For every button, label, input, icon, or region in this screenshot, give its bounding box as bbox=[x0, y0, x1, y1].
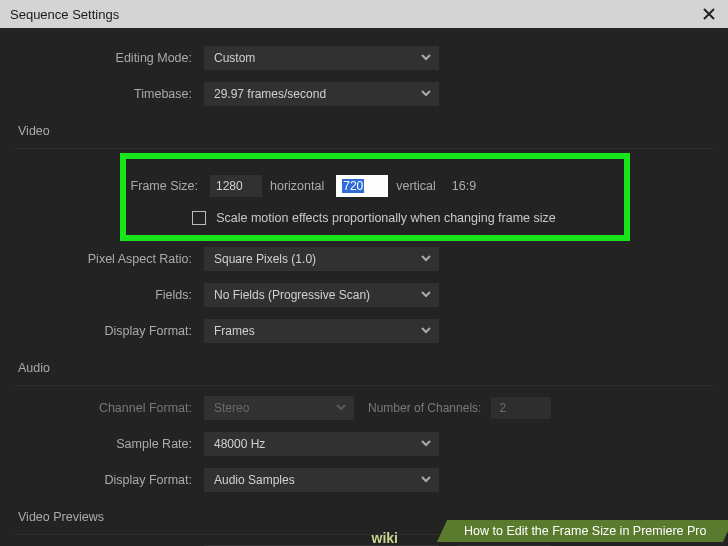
sample-rate-label: Sample Rate: bbox=[14, 437, 204, 451]
audio-display-format-value: Audio Samples bbox=[214, 473, 295, 487]
video-display-format-select[interactable]: Frames bbox=[204, 319, 439, 343]
frame-height-input[interactable]: 720 bbox=[336, 175, 388, 197]
num-channels-value: 2 bbox=[491, 397, 551, 419]
editing-mode-label: Editing Mode: bbox=[14, 51, 204, 65]
video-display-format-row: Display Format: Frames bbox=[14, 319, 714, 343]
fields-row: Fields: No Fields (Progressive Scan) bbox=[14, 283, 714, 307]
editing-mode-row: Editing Mode: Custom bbox=[14, 46, 714, 70]
editing-mode-select[interactable]: Custom bbox=[204, 46, 439, 70]
chevron-down-icon bbox=[421, 324, 431, 338]
watermark-brand: wiki bbox=[372, 530, 398, 546]
audio-display-format-select[interactable]: Audio Samples bbox=[204, 468, 439, 492]
pixel-aspect-label: Pixel Aspect Ratio: bbox=[14, 252, 204, 266]
fields-select[interactable]: No Fields (Progressive Scan) bbox=[204, 283, 439, 307]
timebase-value: 29.97 frames/second bbox=[214, 87, 326, 101]
dialog-body: Editing Mode: Custom Timebase: 29.97 fra… bbox=[0, 28, 728, 546]
divider bbox=[14, 385, 714, 386]
video-section-title: Video bbox=[18, 124, 714, 138]
channel-format-label: Channel Format: bbox=[14, 401, 204, 415]
chevron-down-icon bbox=[421, 288, 431, 302]
fields-value: No Fields (Progressive Scan) bbox=[214, 288, 370, 302]
watermark-text: How to Edit the Frame Size in Premiere P… bbox=[464, 524, 706, 538]
audio-display-format-row: Display Format: Audio Samples bbox=[14, 468, 714, 492]
frame-width-input[interactable]: 1280 bbox=[210, 175, 262, 197]
scale-motion-checkbox[interactable] bbox=[192, 211, 206, 225]
close-button[interactable] bbox=[700, 5, 718, 23]
divider bbox=[14, 148, 714, 149]
timebase-row: Timebase: 29.97 frames/second bbox=[14, 82, 714, 106]
timebase-select[interactable]: 29.97 frames/second bbox=[204, 82, 439, 106]
watermark-bar: How to Edit the Frame Size in Premiere P… bbox=[436, 520, 728, 542]
timebase-label: Timebase: bbox=[14, 87, 204, 101]
titlebar: Sequence Settings bbox=[0, 0, 728, 28]
chevron-down-icon bbox=[421, 437, 431, 451]
scale-motion-row: Scale motion effects proportionally when… bbox=[126, 211, 612, 225]
aspect-ratio-label: 16:9 bbox=[452, 179, 476, 193]
scale-motion-label: Scale motion effects proportionally when… bbox=[216, 211, 556, 225]
fields-label: Fields: bbox=[14, 288, 204, 302]
horizontal-label: horizontal bbox=[270, 179, 324, 193]
frame-size-row: Frame Size: 1280 horizontal 720 vertical… bbox=[126, 175, 612, 197]
channel-format-row: Channel Format: Stereo Number of Channel… bbox=[14, 396, 714, 420]
close-icon bbox=[703, 8, 715, 20]
watermark: wiki How to Edit the Frame Size in Premi… bbox=[442, 516, 728, 546]
sample-rate-value: 48000 Hz bbox=[214, 437, 265, 451]
pixel-aspect-row: Pixel Aspect Ratio: Square Pixels (1.0) bbox=[14, 247, 714, 271]
editing-mode-value: Custom bbox=[214, 51, 255, 65]
audio-display-format-label: Display Format: bbox=[14, 473, 204, 487]
channel-format-select: Stereo bbox=[204, 396, 354, 420]
video-display-format-label: Display Format: bbox=[14, 324, 204, 338]
chevron-down-icon bbox=[421, 473, 431, 487]
vertical-label: vertical bbox=[396, 179, 436, 193]
pixel-aspect-value: Square Pixels (1.0) bbox=[214, 252, 316, 266]
frame-size-label: Frame Size: bbox=[126, 179, 210, 193]
chevron-down-icon bbox=[421, 252, 431, 266]
sample-rate-row: Sample Rate: 48000 Hz bbox=[14, 432, 714, 456]
chevron-down-icon bbox=[421, 51, 431, 65]
pixel-aspect-select[interactable]: Square Pixels (1.0) bbox=[204, 247, 439, 271]
sequence-settings-window: Sequence Settings Editing Mode: Custom T… bbox=[0, 0, 728, 546]
window-title: Sequence Settings bbox=[10, 7, 119, 22]
sample-rate-select[interactable]: 48000 Hz bbox=[204, 432, 439, 456]
channel-format-value: Stereo bbox=[214, 401, 249, 415]
frame-size-highlight: Frame Size: 1280 horizontal 720 vertical… bbox=[120, 153, 630, 241]
audio-section-title: Audio bbox=[18, 361, 714, 375]
chevron-down-icon bbox=[421, 87, 431, 101]
num-channels-label: Number of Channels: bbox=[368, 401, 481, 415]
video-display-format-value: Frames bbox=[214, 324, 255, 338]
chevron-down-icon bbox=[336, 401, 346, 415]
